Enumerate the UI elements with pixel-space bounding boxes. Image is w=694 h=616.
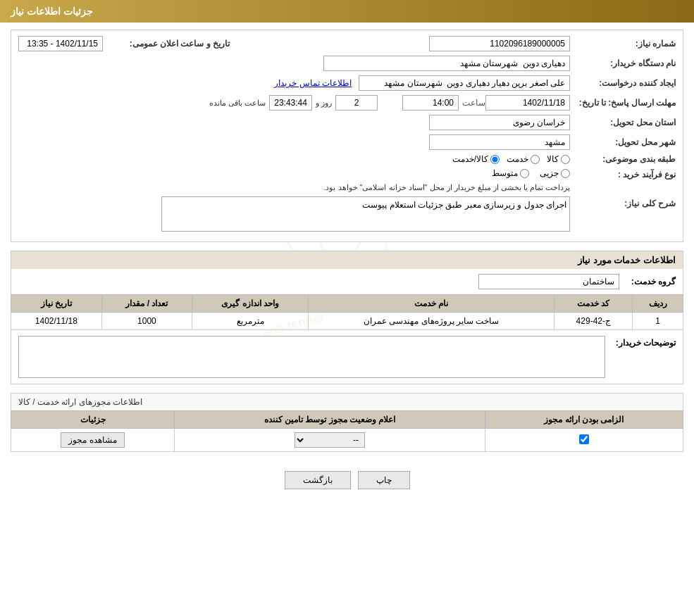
deadline-time-label: ساعت <box>462 98 485 108</box>
col-unit: واحد اندازه گیری <box>192 295 309 313</box>
countdown-days-label: روز و <box>316 99 332 108</box>
category-kala-khadamat-label: کالا/خدمت <box>452 154 488 164</box>
page-title: جزئیات اطلاعات نیاز <box>11 6 93 17</box>
license-col-details: جزئیات <box>11 411 175 429</box>
buyer-org-label: نام دستگاه خریدار: <box>570 58 676 68</box>
process-note: پرداخت تمام یا بخشی از مبلغ خریدار از مح… <box>323 183 570 192</box>
col-service-name: نام خدمت <box>308 295 554 313</box>
print-button[interactable]: چاپ <box>358 471 410 489</box>
license-col-status: اعلام وضعیت مجوز توسط تامین کننده <box>175 411 485 429</box>
group-input[interactable] <box>478 274 619 289</box>
category-kala-label: کالا <box>547 154 559 164</box>
province-label: استان محل تحویل: <box>570 118 676 127</box>
license-required-cell <box>485 429 683 452</box>
process-jazei-radio[interactable] <box>561 169 570 178</box>
city-label: شهر محل تحویل: <box>570 137 676 147</box>
buyer-notes-label: توضیحات خریدار: <box>605 336 676 348</box>
page-header: جزئیات اطلاعات نیاز <box>0 0 694 23</box>
process-motovaset-radio[interactable] <box>520 169 529 178</box>
process-label: نوع فرآیند خرید : <box>570 168 676 180</box>
license-details-cell: مشاهده مجوز <box>11 429 175 452</box>
process-motovaset-label: متوسط <box>492 168 518 178</box>
countdown-days: 2 <box>335 95 378 111</box>
creator-label: ایجاد کننده درخواست: <box>570 78 676 88</box>
buyer-notes-textarea[interactable] <box>18 336 605 378</box>
need-number-label: شماره نیاز: <box>570 39 676 49</box>
buyer-org-input[interactable] <box>323 56 570 71</box>
cell-service-name: ساخت سایر پروژه‌های مهندسی عمران <box>308 313 554 330</box>
license-required-checkbox[interactable] <box>579 434 589 444</box>
cell-need-date: 1402/11/18 <box>11 313 102 330</box>
announce-datetime-input[interactable] <box>18 36 103 51</box>
city-input[interactable] <box>429 134 570 150</box>
license-row: -- مشاهده مجوز <box>11 429 683 452</box>
col-row: ردیف <box>633 295 683 313</box>
category-khadamat-radio[interactable] <box>531 155 540 164</box>
countdown-suffix: ساعت باقی مانده <box>209 99 266 108</box>
license-status-cell: -- <box>175 429 485 452</box>
need-number-input[interactable] <box>429 36 570 51</box>
license-col-required: الزامی بودن ارائه مجوز <box>485 411 683 429</box>
group-label: گروه خدمت: <box>619 277 676 287</box>
license-section-header: اطلاعات مجوزهای ارائه خدمت / کالا <box>11 393 683 410</box>
category-khadamat-label: خدمت <box>507 154 528 164</box>
province-input[interactable] <box>429 115 570 130</box>
col-need-date: تاریخ نیاز <box>11 295 102 313</box>
creator-input[interactable] <box>359 75 570 91</box>
category-kala-khadamat-radio[interactable] <box>490 155 500 164</box>
services-section-header: اطلاعات خدمات مورد نیاز <box>11 251 683 269</box>
deadline-date-input[interactable] <box>485 95 570 111</box>
contact-link[interactable]: اطلاعات تماس خریدار <box>274 78 352 88</box>
announce-datetime-label: تاریخ و ساعت اعلان عمومی: <box>103 39 230 49</box>
category-kala-radio[interactable] <box>561 155 570 164</box>
table-row: 1 ج-42-429 ساخت سایر پروژه‌های مهندسی عم… <box>11 313 683 330</box>
deadline-time-input[interactable] <box>402 95 459 111</box>
col-service-code: کد خدمت <box>554 295 633 313</box>
process-jazei-label: جزیی <box>540 168 559 178</box>
countdown-time: 23:43:44 <box>269 95 312 111</box>
license-status-select[interactable]: -- <box>295 432 365 448</box>
cell-quantity: 1000 <box>101 313 192 330</box>
description-label: شرح کلی نیاز: <box>570 196 676 208</box>
cell-unit: مترمربع <box>192 313 309 330</box>
cell-service-code: ج-42-429 <box>554 313 633 330</box>
deadline-label: مهلت ارسال پاسخ: تا تاریخ: <box>570 98 676 108</box>
col-quantity: تعداد / مقدار <box>101 295 192 313</box>
view-license-button[interactable]: مشاهده مجوز <box>61 432 124 448</box>
description-textarea[interactable]: اجرای جدول و زیرسازی معبر طبق جزئیات است… <box>161 196 570 232</box>
cell-row: 1 <box>633 313 683 330</box>
category-label: طبقه بندی موضوعی: <box>570 154 676 164</box>
back-button[interactable]: بازگشت <box>285 471 351 489</box>
